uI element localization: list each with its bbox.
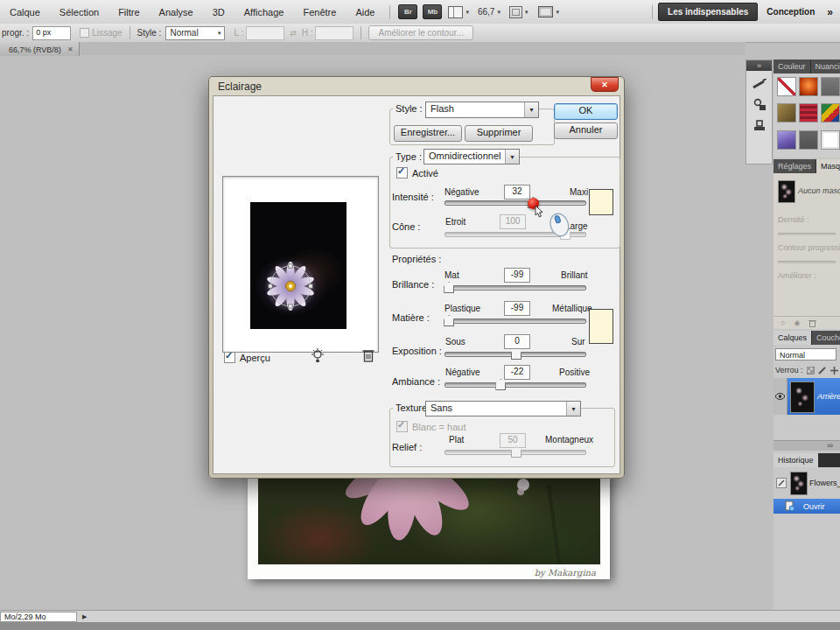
style-swatch-none[interactable] <box>777 77 796 96</box>
tab-calques[interactable]: Calques <box>774 331 811 345</box>
preview-label: Aperçu <box>240 353 270 363</box>
lock-position-icon[interactable] <box>830 367 838 374</box>
gloss-label: Brillance : <box>392 279 434 290</box>
light-enabled-checkbox[interactable]: Activé <box>396 167 438 178</box>
masks-panel-tabs: Réglages Masques <box>774 159 840 173</box>
status-menu-arrow[interactable]: ▶ <box>82 613 87 620</box>
cancel-button[interactable]: Annuler <box>554 122 618 139</box>
bridge-icon[interactable]: Br <box>398 4 417 19</box>
light-color-swatch[interactable] <box>589 189 613 215</box>
view-extras-button[interactable]: ▾ <box>448 6 469 18</box>
menu-fenetre[interactable]: Fenêtre <box>293 7 346 18</box>
chevron-down-icon: ▾ <box>218 30 221 37</box>
menu-analyse[interactable]: Analyse <box>150 7 203 18</box>
height-label: H : <box>302 28 313 38</box>
exposure-value[interactable]: 0 <box>504 334 530 349</box>
exposure-slider[interactable] <box>444 352 586 357</box>
material-min-label: Plastique <box>444 304 480 313</box>
document-tab[interactable]: 66,7% (RVB/8) ✕ <box>0 42 80 56</box>
style-swatch-orange-glow[interactable] <box>799 77 818 96</box>
workspace-design-button[interactable]: Conception <box>766 7 815 17</box>
style-select[interactable]: Flash ▼ <box>425 102 539 118</box>
delete-light-trash-icon[interactable] <box>362 348 374 362</box>
eye-icon[interactable] <box>775 393 785 400</box>
feather-input[interactable]: 0 px <box>32 26 71 40</box>
style-swatch-bronze[interactable] <box>777 103 796 122</box>
workspace-more-button[interactable]: » <box>827 6 833 18</box>
delete-style-button[interactable]: Supprimer <box>465 125 533 142</box>
menu-affichage[interactable]: Affichage <box>234 7 294 18</box>
lock-pixels-icon[interactable] <box>818 367 827 374</box>
gloss-value[interactable]: -99 <box>504 268 530 283</box>
workspace-essentials-button[interactable]: Les indispensables <box>658 3 758 21</box>
menu-calque[interactable]: Calque <box>0 7 50 18</box>
exposure-min-label: Sous <box>445 337 466 346</box>
screen-mode-button[interactable]: ▾ <box>538 6 559 18</box>
style-swatch-white[interactable] <box>821 130 840 150</box>
layer-row-background[interactable]: Arrière-plan <box>774 378 840 415</box>
menu-3d[interactable]: 3D <box>203 7 234 18</box>
style-group-label: Style : <box>393 103 425 114</box>
material-slider[interactable] <box>444 318 586 324</box>
lock-transparency-icon[interactable] <box>807 367 815 374</box>
intensity-slider[interactable] <box>444 200 586 206</box>
mask-thumbnail[interactable] <box>778 180 795 203</box>
style-swatch-red-stripes[interactable] <box>799 103 818 122</box>
chevron-down-icon: ▾ <box>466 9 469 16</box>
dialog-close-button[interactable]: ✕ <box>591 77 619 92</box>
light-type-select[interactable]: Omnidirectionnel ▼ <box>424 149 520 164</box>
preview-checkbox[interactable]: Aperçu <box>224 352 270 363</box>
style-swatch-purple[interactable] <box>777 130 796 150</box>
intensity-value[interactable]: 32 <box>504 185 530 200</box>
gloss-slider[interactable] <box>444 285 586 290</box>
chevron-down-icon[interactable]: ▾ <box>497 9 500 16</box>
lock-label: Verrou : <box>775 366 803 374</box>
close-icon[interactable]: ✕ <box>67 46 74 53</box>
menu-filtre[interactable]: Filtre <box>108 7 149 18</box>
tab-masques[interactable]: Masques <box>816 159 840 173</box>
layer-thumbnail[interactable] <box>790 382 815 413</box>
color-panel-tabs: Couleur Nuancier <box>774 60 840 74</box>
tab-historique[interactable]: Historique <box>774 453 818 467</box>
add-light-bulb-icon[interactable] <box>311 348 325 363</box>
style-swatch-dark-gray[interactable] <box>799 130 818 150</box>
history-snapshot-row[interactable]: Flowers_b <box>774 471 840 495</box>
tab-reglages[interactable]: Réglages <box>774 159 816 173</box>
style-swatch-gray[interactable] <box>821 77 840 96</box>
preview-image[interactable] <box>250 202 346 329</box>
blend-mode-select[interactable]: Normal <box>775 348 836 360</box>
expand-dock-button[interactable]: » <box>746 60 772 71</box>
ambience-value[interactable]: -22 <box>504 365 530 380</box>
link-layers-icon[interactable]: ∞ <box>774 440 840 451</box>
document-canvas[interactable]: by Makargina <box>248 472 610 579</box>
type-group-label: Type : <box>393 151 424 162</box>
texture-select[interactable]: Sans ▼ <box>425 401 581 416</box>
ambience-slider[interactable] <box>444 382 586 388</box>
chevron-down-icon: ▼ <box>566 402 580 416</box>
ambient-color-swatch[interactable] <box>589 309 613 344</box>
history-brush-source-icon[interactable] <box>776 478 787 488</box>
width-label: L : <box>234 28 243 38</box>
antialias-checkbox[interactable]: Lissage <box>80 28 122 38</box>
mini-bridge-icon[interactable]: Mb <box>423 4 442 19</box>
menu-selection[interactable]: Sélection <box>50 7 108 18</box>
character-panel-icon[interactable] <box>752 119 766 131</box>
brush-presets-panel-icon[interactable] <box>752 79 766 90</box>
menu-aide[interactable]: Aide <box>346 7 384 18</box>
ok-button[interactable]: OK <box>554 103 618 120</box>
no-mask-label: Aucun masque <box>798 186 840 195</box>
history-state-open[interactable]: Ouvrir <box>774 499 840 514</box>
tab-nuancier[interactable]: Nuancier <box>811 60 840 74</box>
zoom-level[interactable]: 66,7 <box>478 7 494 17</box>
style-swatch-multicolor[interactable] <box>821 103 840 122</box>
save-style-button[interactable]: Enregistrer... <box>394 125 462 142</box>
intensity-min-label: Négative <box>444 187 479 197</box>
checkbox-icon <box>224 352 235 363</box>
clone-source-panel-icon[interactable] <box>752 98 766 111</box>
arrange-documents-button[interactable]: ▾ <box>509 6 528 18</box>
tab-couches[interactable]: Couches <box>812 331 840 345</box>
tab-couleur[interactable]: Couleur <box>774 60 810 74</box>
style-select[interactable]: Normal ▾ <box>165 26 225 40</box>
mask-edge-icon: ○ <box>780 318 785 327</box>
material-value[interactable]: -99 <box>504 301 530 316</box>
